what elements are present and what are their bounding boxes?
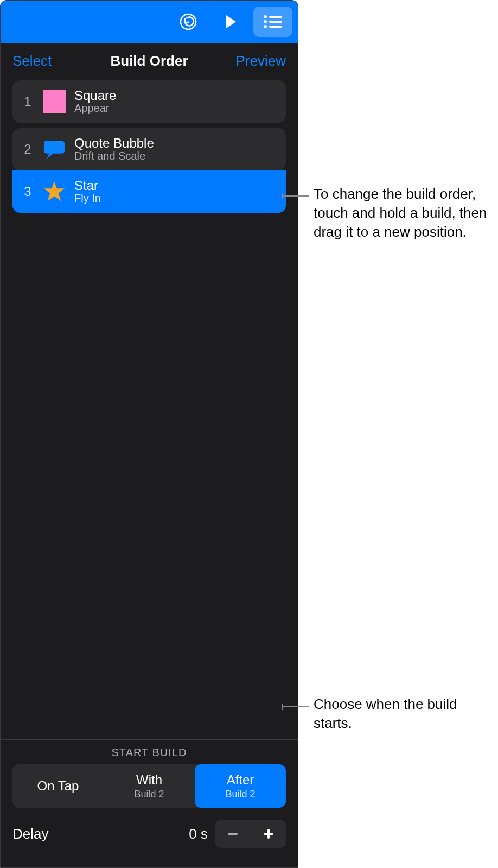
svg-rect-9 [267,829,270,839]
callout-start: Choose when the build starts. [314,695,487,733]
start-build-segmented[interactable]: On Tap With Build 2 After Build 2 [12,764,286,808]
page-title: Build Order [110,53,188,69]
star-icon [43,180,66,203]
preview-button[interactable]: Preview [221,53,286,69]
build-number: 2 [21,142,34,157]
svg-rect-2 [269,16,282,18]
build-list: 1 Square Appear 2 Quote Bubble Drift and… [1,78,298,739]
build-row-selected[interactable]: 3 Star Fly In [12,170,286,213]
bubble-icon [43,138,66,161]
svg-rect-4 [269,21,282,23]
minus-icon[interactable] [225,826,240,841]
play-button[interactable] [211,7,250,37]
build-effect: Drift and Scale [74,150,154,162]
segment-with[interactable]: With Build 2 [104,764,195,808]
list-icon [263,14,283,29]
list-button[interactable] [253,7,292,37]
undo-button[interactable] [169,7,208,37]
callout-reorder: To change the build order, touch and hol… [314,185,493,242]
build-title: Star [74,179,101,192]
plus-icon[interactable] [261,826,276,841]
delay-label: Delay [12,826,48,842]
svg-point-1 [264,15,267,18]
build-title: Quote Bubble [74,136,154,150]
svg-rect-7 [228,833,238,835]
callouts-area: To change the build order, touch and hol… [298,0,498,868]
footer: START BUILD On Tap With Build 2 After Bu… [1,739,298,867]
delay-value: 0 s [189,826,208,842]
build-order-panel: Select Build Order Preview 1 Square Appe… [0,0,298,868]
build-row[interactable]: 2 Quote Bubble Drift and Scale [12,128,286,170]
build-effect: Appear [74,102,116,115]
select-button[interactable]: Select [12,53,78,69]
play-icon [223,14,238,29]
svg-point-3 [264,20,267,23]
build-row[interactable]: 1 Square Appear [12,80,286,123]
header-row: Select Build Order Preview [1,43,298,78]
start-build-heading: START BUILD [12,746,286,759]
build-number: 3 [21,184,34,199]
build-number: 1 [21,94,34,109]
segment-on-tap[interactable]: On Tap [12,764,104,808]
square-icon [43,90,66,113]
build-title: Square [74,88,116,102]
delay-row: Delay 0 s [12,820,286,848]
svg-rect-6 [269,26,282,28]
topbar [1,1,298,43]
build-effect: Fly In [74,192,101,205]
delay-stepper[interactable] [215,820,286,848]
svg-point-5 [264,25,267,28]
segment-after[interactable]: After Build 2 [195,764,286,808]
undo-icon [179,12,197,31]
